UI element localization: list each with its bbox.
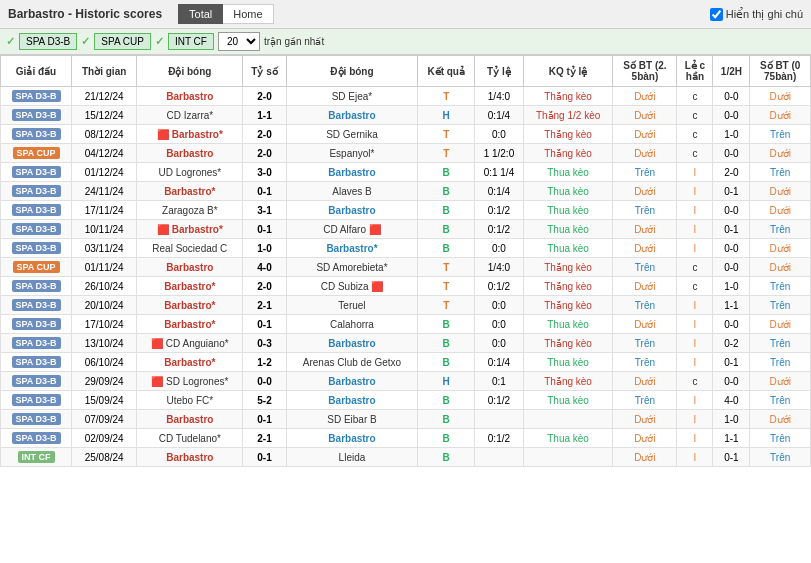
cell-team2[interactable]: SD Gernika xyxy=(286,125,417,144)
cell-kq: Thắng kèo xyxy=(523,372,613,391)
cell-team2[interactable]: Alaves B xyxy=(286,182,417,201)
count-select[interactable]: 10 15 20 25 30 All xyxy=(218,32,260,51)
cell-kq: Thắng kèo xyxy=(523,258,613,277)
cell-team2[interactable]: Barbastro* xyxy=(286,239,417,258)
filter-spa-d3b[interactable]: SPA D3-B xyxy=(19,33,77,50)
league-badge: SPA D3-B xyxy=(12,128,61,140)
cell-sobt75: Dưới xyxy=(750,372,811,391)
table-header: Giải đấu Thời gian Đội bóng Tỷ số Đội bó… xyxy=(1,56,811,87)
cell-team1[interactable]: UD Logrones* xyxy=(137,163,243,182)
cell-date: 17/11/24 xyxy=(72,201,137,220)
cell-sobt75: Trên xyxy=(750,391,811,410)
table-row: SPA D3-B 02/09/24 CD Tudelano* 2-1 Barba… xyxy=(1,429,811,448)
cell-score: 2-0 xyxy=(243,125,286,144)
cell-lec: l xyxy=(677,353,713,372)
tab-home[interactable]: Home xyxy=(223,4,273,24)
cell-team2[interactable]: Barbastro xyxy=(286,372,417,391)
cell-sobt: Dưới xyxy=(613,106,677,125)
cell-ratio: 0:1/2 xyxy=(475,429,523,448)
cell-team1[interactable]: Barbastro* xyxy=(137,277,243,296)
cell-team2[interactable]: Barbastro xyxy=(286,106,417,125)
cell-team2[interactable]: Teruel xyxy=(286,296,417,315)
cell-team1[interactable]: 🟥 Barbastro* xyxy=(137,125,243,144)
cell-result: B xyxy=(418,391,475,410)
cell-team2[interactable]: Barbastro xyxy=(286,334,417,353)
cell-team2[interactable]: Espanyol* xyxy=(286,144,417,163)
cell-team1[interactable]: Barbastro* xyxy=(137,182,243,201)
cell-team2[interactable]: SD Ejea* xyxy=(286,87,417,106)
cell-ratio: 0:1 xyxy=(475,372,523,391)
cell-sobt: Trên xyxy=(613,201,677,220)
cell-sobt: Dưới xyxy=(613,220,677,239)
col-sobt5: Số BT (2.5bàn) xyxy=(613,56,677,87)
cell-kq: Thua kèo xyxy=(523,315,613,334)
cell-team1[interactable]: 🟥 Barbastro* xyxy=(137,220,243,239)
cell-team2[interactable]: Arenas Club de Getxo xyxy=(286,353,417,372)
league-badge: SPA D3-B xyxy=(12,280,61,292)
cell-team1[interactable]: Barbastro xyxy=(137,144,243,163)
cell-team2[interactable]: Barbastro xyxy=(286,163,417,182)
cell-team1[interactable]: Barbastro xyxy=(137,410,243,429)
cell-team1[interactable]: Utebo FC* xyxy=(137,391,243,410)
cell-team1[interactable]: Real Sociedad C xyxy=(137,239,243,258)
league-badge: SPA D3-B xyxy=(12,166,61,178)
cell-league: SPA D3-B xyxy=(1,372,72,391)
cell-team2[interactable]: Calahorra xyxy=(286,315,417,334)
col-half: 1/2H xyxy=(713,56,750,87)
cell-date: 06/10/24 xyxy=(72,353,137,372)
cell-lec: l xyxy=(677,334,713,353)
cell-team2[interactable]: SD Amorebieta* xyxy=(286,258,417,277)
cell-lec: c xyxy=(677,258,713,277)
cell-team1[interactable]: Barbastro xyxy=(137,448,243,467)
cell-team1[interactable]: Barbastro* xyxy=(137,353,243,372)
cell-team2[interactable]: SD Eibar B xyxy=(286,410,417,429)
cell-team2[interactable]: Barbastro xyxy=(286,391,417,410)
cell-result: B xyxy=(418,448,475,467)
cell-sobt75: Trên xyxy=(750,277,811,296)
hien-thi-checkbox[interactable] xyxy=(710,8,723,21)
cell-team1[interactable]: CD Tudelano* xyxy=(137,429,243,448)
cell-team1[interactable]: CD Izarra* xyxy=(137,106,243,125)
cell-kq xyxy=(523,410,613,429)
cell-sobt: Dưới xyxy=(613,372,677,391)
cell-team1[interactable]: 🟥 CD Anguiano* xyxy=(137,334,243,353)
league-badge: SPA D3-B xyxy=(12,109,61,121)
cell-kq: Thua kèo xyxy=(523,201,613,220)
cell-team1[interactable]: Barbastro xyxy=(137,87,243,106)
cell-lec: c xyxy=(677,87,713,106)
cell-team1[interactable]: Barbastro* xyxy=(137,296,243,315)
cell-kq: Thắng kèo xyxy=(523,87,613,106)
cell-result: T xyxy=(418,296,475,315)
filter-spa-cup[interactable]: SPA CUP xyxy=(94,33,151,50)
cell-ratio: 0:1/2 xyxy=(475,201,523,220)
cell-half: 1-1 xyxy=(713,429,750,448)
cell-result: T xyxy=(418,258,475,277)
cell-team2[interactable]: Barbastro xyxy=(286,201,417,220)
page-title: Barbastro - Historic scores xyxy=(8,7,162,21)
cell-score: 2-0 xyxy=(243,277,286,296)
cell-team2[interactable]: Lleida xyxy=(286,448,417,467)
checkbox-label[interactable]: Hiển thị ghi chú xyxy=(710,8,803,21)
cell-team1[interactable]: 🟥 SD Logrones* xyxy=(137,372,243,391)
cell-team2[interactable]: CD Alfaro 🟥 xyxy=(286,220,417,239)
tab-total[interactable]: Total xyxy=(178,4,223,24)
cell-team1[interactable]: Zaragoza B* xyxy=(137,201,243,220)
cell-date: 02/09/24 xyxy=(72,429,137,448)
cell-ratio: 0:1 1/4 xyxy=(475,163,523,182)
cell-team2[interactable]: CD Subiza 🟥 xyxy=(286,277,417,296)
cell-lec: l xyxy=(677,220,713,239)
cell-team2[interactable]: Barbastro xyxy=(286,429,417,448)
cell-kq: Thua kèo xyxy=(523,353,613,372)
table-row: SPA CUP 04/12/24 Barbastro 2-0 Espanyol*… xyxy=(1,144,811,163)
cell-sobt75: Trên xyxy=(750,125,811,144)
cell-ratio: 0:0 xyxy=(475,239,523,258)
cell-date: 03/11/24 xyxy=(72,239,137,258)
cell-team1[interactable]: Barbastro* xyxy=(137,315,243,334)
cell-ratio: 0:0 xyxy=(475,125,523,144)
league-badge: INT CF xyxy=(18,451,55,463)
cell-team1[interactable]: Barbastro xyxy=(137,258,243,277)
filter-int-cf[interactable]: INT CF xyxy=(168,33,214,50)
cell-score: 5-2 xyxy=(243,391,286,410)
cell-result: B xyxy=(418,334,475,353)
league-badge: SPA D3-B xyxy=(12,394,61,406)
